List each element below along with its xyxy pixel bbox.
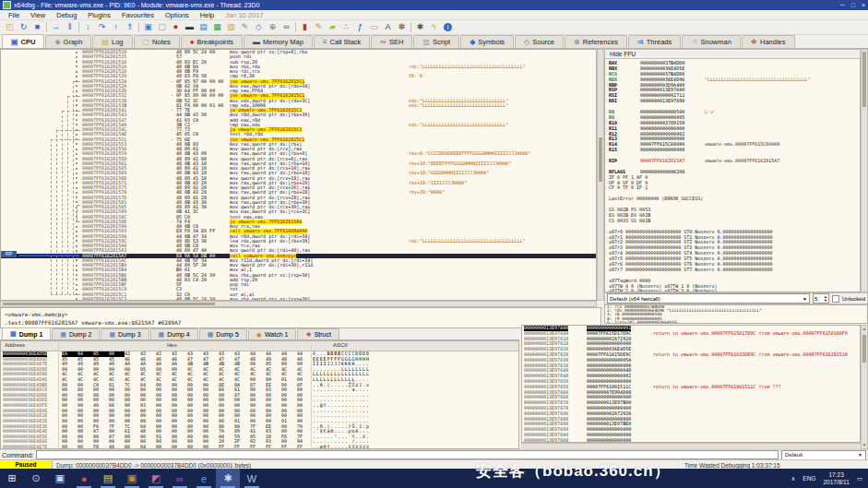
breakpoint-gutter-dot[interactable] <box>76 168 77 170</box>
breakpoint-gutter-dot[interactable] <box>76 265 77 267</box>
breakpoint-gutter-dot[interactable] <box>76 192 77 194</box>
breakpoint-gutter-dot[interactable] <box>76 56 77 58</box>
menu-item-options[interactable]: Options <box>160 11 195 19</box>
graffiti-icon[interactable]: ∴ <box>339 21 353 33</box>
breakpoint-gutter-dot[interactable] <box>76 104 77 106</box>
breakpoint-gutter-dot[interactable] <box>76 259 77 261</box>
notes-icon[interactable]: ✎ <box>238 21 252 33</box>
breakpoint-gutter-dot[interactable] <box>76 100 77 101</box>
dump-col-hex[interactable]: Hex <box>167 342 177 348</box>
breakpoint-gutter-dot[interactable] <box>76 162 77 164</box>
stack-horizontal-scrollbar[interactable] <box>521 443 861 449</box>
unlocked-checkbox[interactable] <box>832 295 839 303</box>
source-file-icon[interactable]: ▢ <box>155 21 169 33</box>
tab-log[interactable]: ▤Log <box>92 35 132 48</box>
breakpoint-gutter-dot[interactable] <box>76 187 77 189</box>
breakpoint-gutter-dot[interactable] <box>76 196 77 198</box>
tab-snowman[interactable]: ☃Snowman <box>682 35 741 48</box>
photos-icon[interactable]: ◩ <box>144 469 168 488</box>
breakpoint-gutter-dot[interactable] <box>76 124 77 125</box>
chrome-icon[interactable]: ● <box>72 469 96 488</box>
breakpoint-gutter-dot[interactable] <box>76 177 77 179</box>
settings-icon[interactable]: ✱ <box>413 21 427 33</box>
breakpoint-gutter-dot[interactable] <box>76 274 77 276</box>
breakpoint-icon[interactable]: ● <box>169 21 183 33</box>
breakpoint-gutter-dot[interactable] <box>76 149 77 150</box>
word-icon[interactable]: W <box>240 469 264 488</box>
execute-till-return-icon[interactable]: ⇑ <box>123 21 137 33</box>
breakpoint-gutter-dot[interactable] <box>76 52 77 54</box>
info-icon[interactable]: i <box>441 21 455 33</box>
breakpoint-gutter-dot[interactable] <box>76 269 77 271</box>
pencil-icon[interactable]: ✎ <box>312 21 326 33</box>
breakpoint-gutter-dot[interactable] <box>76 153 77 155</box>
breakpoint-gutter-dot[interactable] <box>76 85 77 87</box>
fx-icon[interactable]: ƒ <box>353 21 367 33</box>
breakpoint-gutter-dot[interactable] <box>76 158 77 160</box>
close-button[interactable]: × <box>862 2 865 8</box>
start-button[interactable]: ⊞ <box>0 469 24 488</box>
command-script-select[interactable]: Default ▼ <box>781 450 866 460</box>
references-icon[interactable]: ∞ <box>279 21 293 33</box>
tab-struct[interactable]: ❖Struct <box>297 328 339 339</box>
tab-memory-map[interactable]: ▬Memory Map <box>244 35 313 48</box>
memory-map-icon[interactable]: ▤ <box>196 21 210 33</box>
open-file-icon[interactable]: ◰ <box>3 21 17 33</box>
tab-threads[interactable]: ⇉Threads <box>628 35 681 48</box>
font-icon[interactable]: A <box>381 21 395 33</box>
eraser-icon[interactable]: ▭ <box>367 21 381 33</box>
dump-col-ascii[interactable]: ASCII <box>333 342 348 348</box>
tab-watch-1[interactable]: ◉Watch 1 <box>248 328 297 339</box>
trace-icon[interactable]: ▬ <box>183 21 196 33</box>
maximize-button[interactable]: □ <box>851 2 855 8</box>
menu-item-view[interactable]: View <box>25 11 51 19</box>
stack-vertical-scrollbar[interactable]: ▲▼ <box>861 325 868 449</box>
step-out-icon[interactable]: ↑ <box>109 21 123 33</box>
tab-references[interactable]: ⊕References <box>565 35 627 48</box>
breakpoint-gutter-dot[interactable] <box>76 119 77 121</box>
menu-item-plugins[interactable]: Plugins <box>82 11 116 19</box>
tab-handles[interactable]: ❖Handles <box>742 35 795 48</box>
tray-caret-icon[interactable]: ∧ <box>791 475 796 482</box>
breakpoint-gutter-dot[interactable] <box>76 143 77 145</box>
breakpoint-gutter-dot[interactable] <box>76 289 77 291</box>
paw-icon[interactable]: ✽ <box>395 21 409 33</box>
registers-panel[interactable]: RAX00000000037B4DD0RBX00000000036E4D5ERC… <box>604 59 861 292</box>
tray-clock[interactable]: 17:232017/8/11 <box>823 471 849 486</box>
breakpoint-gutter-dot[interactable] <box>76 226 77 228</box>
argument-count-stepper[interactable]: 5 ▲▼ <box>813 293 829 304</box>
breakpoint-gutter-dot[interactable] <box>76 134 77 136</box>
minimize-button[interactable]: ─ <box>840 2 845 8</box>
step-into-icon[interactable]: ↓ <box>81 21 95 33</box>
breakpoint-gutter-dot[interactable] <box>76 201 77 203</box>
tab-dump-5[interactable]: ▦Dump 5 <box>199 328 247 339</box>
menu-item-help[interactable]: Help <box>195 11 220 19</box>
dump-col-address[interactable]: Address <box>5 342 25 348</box>
search-icon[interactable]: ⊕ <box>266 21 279 33</box>
breakpoint-gutter-dot[interactable] <box>76 235 77 237</box>
highlighter-icon[interactable]: ▰ <box>326 21 339 33</box>
dump-panel[interactable]: Address Hex ASCII 00000000036E4D5EEA0405… <box>0 340 519 449</box>
breakpoint-gutter-dot[interactable] <box>76 71 77 73</box>
notification-center-icon[interactable]: ▭ <box>857 475 862 482</box>
breakpoint-gutter-dot[interactable] <box>76 114 77 116</box>
breakpoint-gutter-dot[interactable] <box>76 76 77 77</box>
tab-notes[interactable]: ▢Notes <box>134 35 180 48</box>
patch-icon[interactable]: ▮ <box>298 21 312 33</box>
edge-icon[interactable]: e <box>192 469 216 488</box>
hide-fpu-button[interactable]: Hide FPU <box>604 49 861 59</box>
cpu-chip-icon[interactable]: ▦ <box>210 21 224 33</box>
tab-source[interactable]: ◇Source <box>515 35 564 48</box>
file-explorer-icon[interactable]: ▤ <box>96 469 120 488</box>
disassembly-horizontal-scrollbar[interactable] <box>0 301 597 307</box>
search-button[interactable]: ⊙ <box>24 469 48 488</box>
argument-row[interactable]: 5: [rsp+20] 00000000036E4D5E <box>605 321 867 324</box>
stop-icon[interactable]: ■ <box>30 21 44 33</box>
arguments-panel[interactable]: 1: rcx 00000000037B4DD02: rdx 0000000003… <box>604 304 868 324</box>
tab-dump-3[interactable]: ▦Dump 3 <box>101 328 149 339</box>
breakpoint-gutter-dot[interactable] <box>76 231 77 232</box>
disassembly-vertical-scrollbar[interactable] <box>597 49 604 301</box>
stack-panel[interactable]: 0000000013E97600000000000000000100000000… <box>521 325 861 443</box>
x64dbg-taskbar-icon[interactable]: ✱ <box>216 469 240 488</box>
tab-symbols[interactable]: ◆Symbols <box>460 35 514 48</box>
